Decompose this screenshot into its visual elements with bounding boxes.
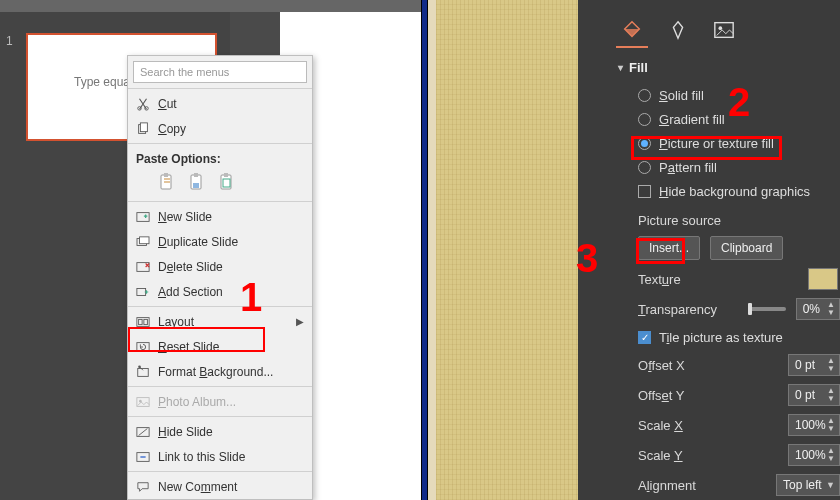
transparency-input[interactable]: 0% ▲▼ xyxy=(796,298,840,320)
menu-copy[interactable]: Copy xyxy=(128,116,312,141)
spinner-icon[interactable]: ▲▼ xyxy=(827,447,835,463)
picture-source-buttons: Insert... Clipboard xyxy=(578,232,840,264)
menu-link-to-slide-label: Link to this Slide xyxy=(158,450,245,464)
scale-x-row: Scale X 100% ▲▼ xyxy=(578,410,840,440)
offset-y-input[interactable]: 0 pt ▲▼ xyxy=(788,384,840,406)
chevron-down-icon: ▾ xyxy=(618,62,623,73)
scale-y-value: 100% xyxy=(795,448,826,462)
menu-format-background[interactable]: Format Background... xyxy=(128,359,312,384)
menu-search-input[interactable]: Search the menus xyxy=(133,61,307,83)
transparency-value: 0% xyxy=(803,302,820,316)
spinner-icon[interactable]: ▲▼ xyxy=(827,387,835,403)
texture-row: Texture xyxy=(578,264,840,294)
paste-picture-icon[interactable] xyxy=(216,171,238,193)
radio-icon xyxy=(638,137,651,150)
offset-x-input[interactable]: 0 pt ▲▼ xyxy=(788,354,840,376)
menu-photo-album-label: Photo Album... xyxy=(158,395,236,409)
alignment-dropdown[interactable]: Top left ▼ xyxy=(776,474,840,496)
svg-rect-8 xyxy=(193,183,199,188)
radio-solid-fill[interactable]: Solid fill xyxy=(578,83,840,107)
offset-y-value: 0 pt xyxy=(795,388,815,402)
svg-rect-18 xyxy=(139,319,143,324)
tab-effects-icon[interactable] xyxy=(664,18,692,42)
svg-rect-12 xyxy=(137,212,149,221)
scale-x-value: 100% xyxy=(795,418,826,432)
menu-delete-slide[interactable]: Delete Slide xyxy=(128,254,312,279)
chevron-right-icon: ▶ xyxy=(296,316,304,327)
radio-picture-texture-fill[interactable]: Picture or texture fill xyxy=(578,131,840,155)
menu-copy-label: Copy xyxy=(158,122,186,136)
svg-rect-14 xyxy=(140,236,149,243)
menu-delete-slide-label: Delete Slide xyxy=(158,260,223,274)
menu-reset-slide[interactable]: Reset Slide xyxy=(128,334,312,359)
radio-solid-fill-label: Solid fill xyxy=(659,88,704,103)
insert-button[interactable]: Insert... xyxy=(638,236,700,260)
menu-new-comment-label: New Comment xyxy=(158,480,237,494)
menu-link-to-slide[interactable]: Link to this Slide xyxy=(128,444,312,469)
radio-icon xyxy=(638,113,651,126)
menu-separator xyxy=(128,416,312,417)
menu-layout[interactable]: Layout ▶ xyxy=(128,309,312,334)
spinner-icon[interactable]: ▲▼ xyxy=(827,357,835,373)
comment-icon xyxy=(134,479,152,495)
checkbox-icon: ✓ xyxy=(638,331,651,344)
fill-section-header[interactable]: ▾ Fill xyxy=(578,56,840,83)
menu-search-placeholder: Search the menus xyxy=(140,66,229,78)
powerpoint-left-pane: 1 Type equa Search the menus Cut Copy Pa… xyxy=(0,0,421,500)
alignment-label: Alignment xyxy=(638,478,738,493)
checkbox-tile-picture[interactable]: ✓ Tile picture as texture xyxy=(578,324,840,350)
fill-section-label: Fill xyxy=(629,60,648,75)
svg-point-22 xyxy=(138,365,141,368)
tab-picture-icon[interactable] xyxy=(710,18,738,42)
layout-icon xyxy=(134,314,152,330)
offset-y-label: Offset Y xyxy=(638,388,738,403)
menu-duplicate-slide[interactable]: Duplicate Slide xyxy=(128,229,312,254)
texture-label: Texture xyxy=(638,272,738,287)
radio-pattern-fill[interactable]: Pattern fill xyxy=(578,155,840,179)
menu-separator xyxy=(128,201,312,202)
scale-y-input[interactable]: 100% ▲▼ xyxy=(788,444,840,466)
svg-rect-10 xyxy=(224,173,228,177)
radio-gradient-fill[interactable]: Gradient fill xyxy=(578,107,840,131)
offset-x-label: Offset X xyxy=(638,358,738,373)
transparency-slider[interactable] xyxy=(748,307,786,311)
menu-hide-slide[interactable]: Hide Slide xyxy=(128,419,312,444)
checkbox-icon xyxy=(638,185,651,198)
format-background-panel: ▾ Fill Solid fill Gradient fill Picture … xyxy=(578,0,840,500)
menu-add-section[interactable]: Add Section xyxy=(128,279,312,304)
menu-cut[interactable]: Cut xyxy=(128,91,312,116)
svg-rect-15 xyxy=(137,262,149,271)
spinner-icon[interactable]: ▲▼ xyxy=(827,417,835,433)
transparency-row: Transparency 0% ▲▼ xyxy=(578,294,840,324)
texture-dropdown[interactable] xyxy=(808,268,838,290)
alignment-row: Alignment Top left ▼ xyxy=(578,470,840,500)
new-slide-icon xyxy=(134,209,152,225)
tab-fill-icon[interactable] xyxy=(618,18,646,42)
menu-separator xyxy=(128,143,312,144)
menu-format-background-label: Format Background... xyxy=(158,365,273,379)
clipboard-button[interactable]: Clipboard xyxy=(710,236,783,260)
checkbox-hide-background-graphics[interactable]: Hide background graphics xyxy=(578,179,840,203)
vertical-divider xyxy=(421,0,428,500)
offset-y-row: Offset Y 0 pt ▲▼ xyxy=(578,380,840,410)
menu-new-slide[interactable]: New Slide xyxy=(128,204,312,229)
slide-texture-preview xyxy=(428,0,578,500)
slide-placeholder-text: Type equa xyxy=(74,75,130,89)
offset-x-row: Offset X 0 pt ▲▼ xyxy=(578,350,840,380)
format-background-icon xyxy=(134,364,152,380)
spinner-icon[interactable]: ▲▼ xyxy=(827,301,835,317)
menu-separator xyxy=(128,386,312,387)
radio-picture-texture-fill-label: Picture or texture fill xyxy=(659,136,774,151)
paste-options-row xyxy=(128,168,312,199)
paste-keep-formatting-icon[interactable] xyxy=(156,171,178,193)
menu-separator xyxy=(128,88,312,89)
svg-rect-7 xyxy=(194,173,198,177)
copy-icon xyxy=(134,121,152,137)
scale-y-label: Scale Y xyxy=(638,448,738,463)
menu-new-comment[interactable]: New Comment xyxy=(128,474,312,499)
svg-rect-16 xyxy=(137,288,146,295)
paste-use-destination-icon[interactable] xyxy=(186,171,208,193)
menu-layout-label: Layout xyxy=(158,315,194,329)
scale-x-input[interactable]: 100% ▲▼ xyxy=(788,414,840,436)
radio-gradient-fill-label: Gradient fill xyxy=(659,112,725,127)
